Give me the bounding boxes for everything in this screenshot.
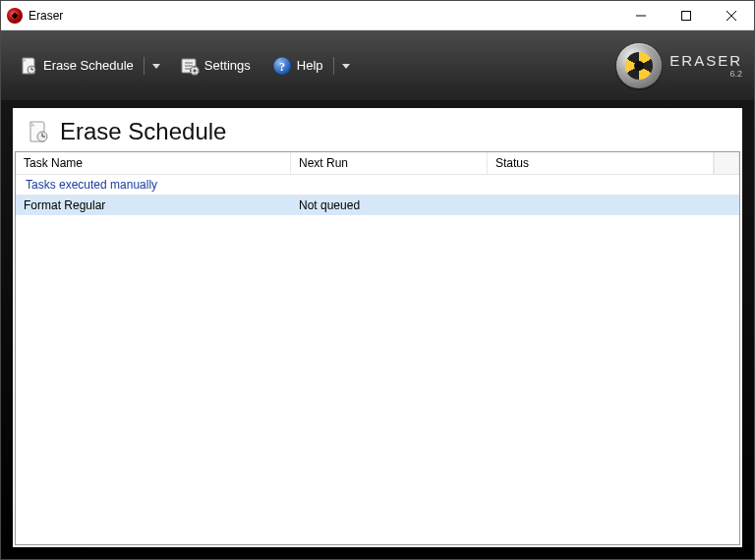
- panel-header: Erase Schedule: [13, 108, 742, 151]
- help-button[interactable]: ? Help: [266, 52, 329, 80]
- brand-logo-icon: [616, 43, 662, 88]
- toolbar: Erase Schedule: [1, 30, 754, 101]
- maximize-button[interactable]: [664, 1, 709, 29]
- settings-label: Settings: [204, 58, 251, 73]
- help-dropdown[interactable]: [338, 62, 354, 70]
- task-grid: Task Name Next Run Status Tasks executed…: [15, 151, 740, 545]
- table-row[interactable]: Format Regular Not queued: [16, 196, 739, 215]
- settings-icon: [180, 56, 200, 76]
- svg-marker-7: [152, 64, 160, 69]
- titlebar: Eraser: [1, 1, 754, 30]
- grid-header: Task Name Next Run Status: [16, 152, 739, 175]
- brand: ERASER 6.2: [616, 43, 742, 88]
- schedule-icon: [27, 120, 50, 143]
- schedule-icon: [19, 56, 38, 76]
- column-tail: [714, 152, 739, 174]
- brand-version: 6.2: [729, 70, 742, 79]
- brand-text: ERASER 6.2: [669, 53, 742, 79]
- settings-button[interactable]: Settings: [174, 52, 257, 80]
- column-next-run[interactable]: Next Run: [291, 152, 488, 174]
- toolbar-left: Erase Schedule: [13, 52, 354, 80]
- help-label: Help: [297, 58, 323, 73]
- brand-name: ERASER: [669, 53, 742, 68]
- app-icon: [7, 8, 23, 24]
- erase-schedule-label: Erase Schedule: [43, 58, 134, 73]
- panel-title: Erase Schedule: [60, 118, 226, 145]
- column-task-name[interactable]: Task Name: [16, 152, 291, 174]
- window-controls: [618, 1, 754, 29]
- column-status[interactable]: Status: [488, 152, 714, 174]
- window-title: Eraser: [29, 9, 63, 23]
- cell-status: [488, 196, 739, 215]
- main-area: Erase Schedule Task Name Next Run Status…: [1, 100, 754, 559]
- close-button[interactable]: [709, 1, 754, 29]
- svg-text:?: ?: [279, 59, 285, 73]
- svg-point-17: [193, 69, 196, 72]
- toolbar-divider: [144, 57, 145, 75]
- minimize-button[interactable]: [618, 1, 664, 29]
- toolbar-divider: [333, 57, 334, 75]
- panel: Erase Schedule Task Name Next Run Status…: [13, 108, 742, 547]
- group-row[interactable]: Tasks executed manually: [16, 175, 739, 196]
- cell-task-name: Format Regular: [16, 196, 291, 215]
- erase-schedule-button[interactable]: Erase Schedule: [13, 52, 140, 80]
- erase-schedule-dropdown[interactable]: [148, 62, 164, 70]
- svg-marker-21: [342, 64, 350, 69]
- help-icon: ?: [272, 56, 292, 76]
- cell-next-run: Not queued: [291, 196, 488, 215]
- svg-rect-1: [682, 11, 691, 20]
- grid-body: Tasks executed manually Format Regular N…: [16, 175, 739, 544]
